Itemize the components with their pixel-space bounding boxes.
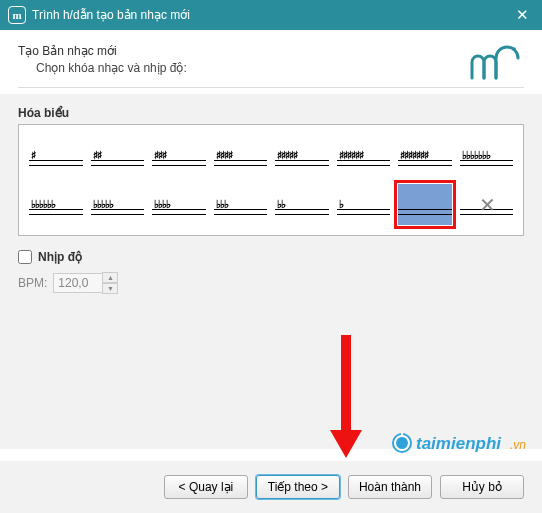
staff-lines: ♯♯♯	[152, 135, 206, 176]
keysig-panel: ♯♯♯♯♯♯♯♯♯♯♯♯♯♯♯♯♯♯♯♯♯♯♯♯♯♯♯♯♭♭♭♭♭♭♭♭♭♭♭♭…	[18, 124, 524, 236]
accidentals: ♭♭♭	[214, 184, 268, 225]
accidentals: ♯♯	[91, 135, 145, 176]
keysig-d-major[interactable]: ♯♯	[89, 133, 147, 178]
staff-lines	[398, 184, 452, 225]
keysig-aflat-major[interactable]: ♭♭♭♭	[150, 182, 208, 227]
keysig-atonal[interactable]: ✕	[458, 182, 516, 227]
accidentals: ♯	[29, 135, 83, 176]
accidentals: ♯♯♯	[152, 135, 206, 176]
staff-lines: ♯	[29, 135, 83, 176]
staff-lines: ♭♭♭♭♭	[91, 184, 145, 225]
staff-lines: ♭	[337, 184, 391, 225]
musescore-logo	[466, 44, 522, 89]
keysig-a-major[interactable]: ♯♯♯	[150, 133, 208, 178]
keysig-eflat-major[interactable]: ♭♭♭	[212, 182, 270, 227]
staff-lines: ♯♯♯♯♯♯	[337, 135, 391, 176]
staff-lines: ♭♭♭♭	[152, 184, 206, 225]
cancel-button[interactable]: Hủy bỏ	[440, 475, 524, 499]
bpm-label: BPM:	[18, 276, 47, 290]
accidentals: ♯♯♯♯♯	[275, 135, 329, 176]
accidentals: ♯♯♯♯♯♯♯	[398, 135, 452, 176]
keysig-g-major[interactable]: ♯	[27, 133, 85, 178]
keysig-b-major[interactable]: ♯♯♯♯♯	[273, 133, 331, 178]
bpm-spin-up[interactable]: ▲	[102, 272, 118, 283]
staff-lines: ♭♭♭♭♭♭	[29, 184, 83, 225]
keysig-cflat-major[interactable]: ♭♭♭♭♭♭♭	[458, 133, 516, 178]
accidentals: ♯♯♯♯♯♯	[337, 135, 391, 176]
tempo-checkbox[interactable]	[18, 250, 32, 264]
staff-lines: ♭♭	[275, 184, 329, 225]
atonal-icon: ✕	[460, 184, 514, 225]
keysig-group: Hóa biểu ♯♯♯♯♯♯♯♯♯♯♯♯♯♯♯♯♯♯♯♯♯♯♯♯♯♯♯♯♭♭♭…	[18, 106, 524, 236]
bpm-input[interactable]	[53, 273, 103, 293]
keysig-f-major[interactable]: ♭	[335, 182, 393, 227]
accidentals: ♯♯♯♯	[214, 135, 268, 176]
close-icon: ✕	[516, 6, 529, 24]
window-title: Trình h/dẫn tạo bản nhạc mới	[32, 8, 502, 22]
staff-lines: ✕	[460, 184, 514, 225]
bpm-spin-down[interactable]: ▼	[102, 283, 118, 294]
header-divider	[18, 87, 524, 88]
keysig-csharp-major[interactable]: ♯♯♯♯♯♯♯	[396, 133, 454, 178]
bpm-row: BPM: ▲ ▼	[18, 272, 524, 294]
next-button[interactable]: Tiếp theo >	[256, 475, 340, 499]
accidentals: ♭♭♭♭♭	[91, 184, 145, 225]
keysig-fsharp-major[interactable]: ♯♯♯♯♯♯	[335, 133, 393, 178]
finish-button[interactable]: Hoàn thành	[348, 475, 432, 499]
staff-lines: ♯♯♯♯♯	[275, 135, 329, 176]
accidentals: ♭	[337, 184, 391, 225]
accidentals: ♭♭♭♭♭♭♭	[460, 135, 514, 176]
accidentals: ♭♭♭♭	[152, 184, 206, 225]
accidentals	[398, 184, 452, 225]
wizard-footer: < Quay lại Tiếp theo > Hoàn thành Hủy bỏ	[0, 461, 542, 513]
content-area: Hóa biểu ♯♯♯♯♯♯♯♯♯♯♯♯♯♯♯♯♯♯♯♯♯♯♯♯♯♯♯♯♭♭♭…	[0, 94, 542, 449]
accidentals: ♭♭	[275, 184, 329, 225]
keysig-label: Hóa biểu	[18, 106, 524, 120]
back-button[interactable]: < Quay lại	[164, 475, 248, 499]
titlebar: m Trình h/dẫn tạo bản nhạc mới ✕	[0, 0, 542, 30]
wizard-header: Tạo Bản nhạc mới Chọn khóa nhạc và nhịp …	[0, 30, 542, 94]
staff-lines: ♯♯	[91, 135, 145, 176]
tempo-checkbox-label[interactable]: Nhịp độ	[38, 250, 82, 264]
staff-lines: ♭♭♭	[214, 184, 268, 225]
staff-lines: ♯♯♯♯♯♯♯	[398, 135, 452, 176]
keysig-grid: ♯♯♯♯♯♯♯♯♯♯♯♯♯♯♯♯♯♯♯♯♯♯♯♯♯♯♯♯♭♭♭♭♭♭♭♭♭♭♭♭…	[27, 133, 515, 227]
keysig-gflat-major[interactable]: ♭♭♭♭♭♭	[27, 182, 85, 227]
close-button[interactable]: ✕	[502, 0, 542, 30]
staff-lines: ♭♭♭♭♭♭♭	[460, 135, 514, 176]
app-icon: m	[8, 6, 26, 24]
keysig-e-major[interactable]: ♯♯♯♯	[212, 133, 270, 178]
svg-point-0	[512, 47, 516, 51]
accidentals: ♭♭♭♭♭♭	[29, 184, 83, 225]
tempo-group: Nhịp độ BPM: ▲ ▼	[18, 250, 524, 294]
keysig-c-major-no-sig[interactable]	[396, 182, 454, 227]
keysig-dflat-major[interactable]: ♭♭♭♭♭	[89, 182, 147, 227]
wizard-subtitle: Chọn khóa nhạc và nhịp độ:	[36, 61, 524, 75]
wizard-title: Tạo Bản nhạc mới	[18, 44, 524, 58]
keysig-bflat-major[interactable]: ♭♭	[273, 182, 331, 227]
staff-lines: ♯♯♯♯	[214, 135, 268, 176]
